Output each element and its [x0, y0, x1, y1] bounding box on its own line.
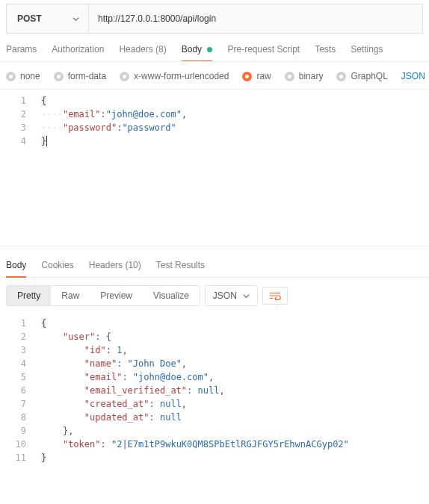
key: "token": [63, 439, 101, 449]
indent: ····: [41, 122, 63, 133]
key: "email": [63, 109, 101, 119]
brace-open: {: [41, 318, 46, 329]
view-mode-group: Pretty Raw Preview Visualize: [6, 285, 200, 306]
value: "john@doe.com": [133, 372, 209, 382]
view-pretty[interactable]: Pretty: [7, 286, 51, 305]
comma: ,: [209, 372, 214, 382]
comma: ,: [182, 399, 187, 409]
value: null: [198, 385, 220, 396]
colon: :: [149, 412, 160, 423]
request-body-editor[interactable]: 1234 { ····"email":"john@doe.com", ····"…: [0, 90, 429, 246]
body-dirty-dot-icon: [207, 47, 212, 52]
view-visualize[interactable]: Visualize: [143, 286, 200, 305]
indent: ····: [41, 109, 63, 119]
wrap-icon: [269, 291, 281, 300]
tab-tests[interactable]: Tests: [315, 44, 336, 61]
tab-body[interactable]: Body: [182, 44, 213, 62]
radio-icon: [54, 72, 64, 81]
value: "2|E7m1tP9wkuK0QM8SPbEtlRGJFGY5rEhwnACGy…: [111, 439, 349, 449]
resp-tab-headers-count: (10): [125, 260, 141, 270]
wrap-lines-button[interactable]: [262, 287, 288, 305]
body-type-form-data-label: form-data: [68, 71, 106, 81]
key: "name": [84, 358, 117, 369]
request-tabs: Params Authorization Headers (8) Body Pr…: [0, 34, 429, 62]
colon: :: [117, 358, 127, 369]
colon: :: [187, 385, 197, 396]
resp-tab-test-results[interactable]: Test Results: [156, 260, 205, 277]
key: "updated_at": [84, 412, 149, 423]
method-value: POST: [17, 13, 42, 24]
response-toolbar: Pretty Raw Preview Visualize JSON: [0, 278, 429, 314]
brace-close: }: [41, 136, 47, 146]
key: "email": [84, 372, 123, 382]
brace-close: }: [41, 452, 46, 463]
view-preview[interactable]: Preview: [90, 286, 143, 305]
code[interactable]: { "user": { "id": 1, "name": "John Doe",…: [34, 317, 349, 464]
tab-headers-count: (8): [155, 44, 167, 55]
body-type-raw-label: raw: [256, 71, 271, 81]
method-select[interactable]: POST: [7, 4, 89, 33]
response-format-value: JSON: [213, 290, 237, 301]
tab-body-label: Body: [182, 44, 202, 55]
body-format-link[interactable]: JSON: [401, 71, 425, 81]
chevron-down-icon: [72, 16, 79, 22]
value: null: [160, 399, 182, 409]
resp-tab-cookies[interactable]: Cookies: [41, 260, 73, 277]
body-type-graphql-label: GraphQL: [351, 71, 387, 81]
radio-icon: [6, 72, 16, 81]
value: "password": [122, 122, 176, 133]
response-body-editor[interactable]: 1234567891011 { "user": { "id": 1, "name…: [0, 314, 429, 479]
body-type-none-label: none: [20, 71, 40, 81]
tab-settings[interactable]: Settings: [351, 44, 383, 61]
radio-icon: [242, 72, 252, 81]
body-type-raw[interactable]: raw: [242, 71, 271, 81]
request-bar: POST: [6, 4, 423, 34]
response-tabs: Body Cookies Headers (10) Test Results: [0, 246, 429, 278]
tab-prerequest[interactable]: Pre-request Script: [227, 44, 300, 61]
url-input[interactable]: [89, 4, 422, 33]
resp-tab-headers[interactable]: Headers (10): [89, 260, 141, 277]
key: "user": [63, 332, 95, 342]
view-raw[interactable]: Raw: [51, 286, 90, 305]
comma: ,: [122, 345, 127, 355]
gutter: 1234567891011: [0, 317, 34, 464]
code[interactable]: { ····"email":"john@doe.com", ····"passw…: [34, 94, 187, 241]
gutter: 1234: [0, 94, 34, 241]
radio-icon: [285, 72, 294, 81]
comma: ,: [219, 385, 224, 396]
tab-params[interactable]: Params: [6, 44, 37, 61]
body-type-none[interactable]: none: [6, 71, 40, 81]
body-type-row: none form-data x-www-form-urlencoded raw…: [0, 62, 429, 90]
colon: :: [95, 332, 105, 342]
response-format-select[interactable]: JSON: [205, 285, 258, 306]
tab-authorization[interactable]: Authorization: [52, 44, 104, 61]
colon: :: [100, 439, 111, 449]
comma: ,: [182, 109, 187, 119]
radio-icon: [120, 72, 129, 81]
body-type-xwww-label: x-www-form-urlencoded: [134, 71, 229, 81]
key: "created_at": [84, 399, 149, 409]
value: null: [160, 412, 182, 423]
body-type-form-data[interactable]: form-data: [54, 71, 106, 81]
body-type-binary[interactable]: binary: [285, 71, 324, 81]
comma: ,: [182, 358, 187, 369]
radio-icon: [336, 72, 346, 81]
value: "john@doe.com": [106, 109, 182, 119]
body-type-binary-label: binary: [299, 71, 324, 81]
chevron-down-icon: [243, 293, 250, 299]
key: "password": [63, 122, 117, 133]
tab-headers-label: Headers: [119, 44, 152, 55]
resp-tab-headers-label: Headers: [89, 260, 123, 270]
colon: :: [149, 399, 160, 409]
body-type-xwww[interactable]: x-www-form-urlencoded: [120, 71, 229, 81]
value: "John Doe": [128, 358, 182, 369]
colon: :: [106, 345, 117, 355]
brace: {: [106, 332, 111, 342]
colon: :: [100, 109, 105, 119]
brace-open: {: [41, 96, 46, 106]
brace-close: },: [63, 426, 73, 436]
tab-headers[interactable]: Headers (8): [119, 44, 166, 61]
key: "id": [84, 345, 106, 355]
body-type-graphql[interactable]: GraphQL: [336, 71, 387, 81]
resp-tab-body[interactable]: Body: [6, 260, 26, 278]
